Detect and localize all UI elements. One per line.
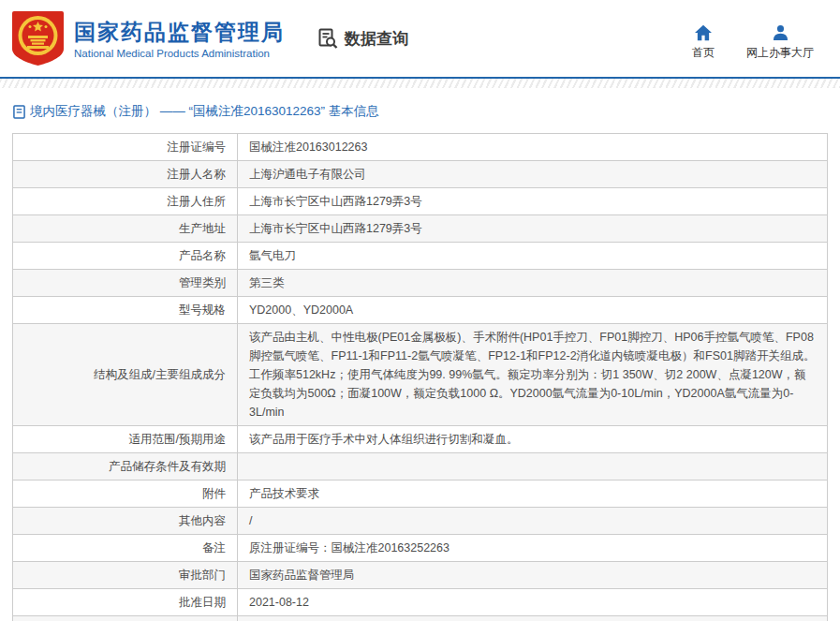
data-query-label: 数据查询	[345, 28, 408, 50]
row-label: 有效期至	[13, 616, 238, 621]
row-label: 审批部门	[13, 562, 238, 588]
table-row: 审批部门 国家药品监督管理局	[13, 562, 827, 589]
row-value: 氩气电刀	[238, 243, 827, 269]
document-icon	[13, 105, 25, 119]
row-label: 注册人住所	[13, 188, 238, 214]
site-subtitle: National Medical Products Administration	[74, 48, 285, 59]
nav-item-service-hall[interactable]: 网上办事大厅	[746, 24, 814, 61]
table-row: 产品名称 氩气电刀	[13, 243, 827, 270]
breadcrumb: 境内医疗器械（注册） —— “国械注准20163012263” 基本信息	[0, 88, 840, 131]
nav-item-label: 首页	[692, 45, 715, 61]
row-value: /	[238, 508, 827, 534]
row-value: 上海沪通电子有限公司	[238, 161, 827, 187]
table-row: 有效期至 2026-08-11	[13, 616, 827, 621]
registration-info-table: 注册证编号 国械注准20163012263 注册人名称 上海沪通电子有限公司 注…	[12, 133, 828, 621]
row-label: 型号规格	[13, 297, 238, 323]
row-label: 结构及组成/主要组成成分	[13, 324, 238, 425]
row-label: 其他内容	[13, 508, 238, 534]
row-label: 管理类别	[13, 270, 238, 296]
table-row: 附件 产品技术要求	[13, 481, 827, 508]
row-value	[238, 453, 827, 480]
table-row: 其他内容 /	[13, 508, 827, 535]
nav-item-home[interactable]: 首页	[692, 24, 715, 61]
row-value: YD2000、YD2000A	[238, 297, 827, 323]
row-value: 2021-08-12	[238, 589, 827, 615]
row-value: 该产品由主机、中性电极(PE01金属极板)、手术附件(HP01手控刀、FP01脚…	[238, 324, 827, 425]
data-query-menu[interactable]: 数据查询	[317, 27, 408, 50]
national-emblem-logo	[11, 10, 65, 67]
row-label: 注册证编号	[13, 134, 238, 160]
table-row: 型号规格 YD2000、YD2000A	[13, 297, 827, 324]
row-label: 附件	[13, 481, 238, 507]
stripe-band	[0, 79, 840, 88]
row-label: 生产地址	[13, 215, 238, 242]
row-label: 备注	[13, 535, 238, 561]
row-value: 2026-08-11	[238, 616, 827, 621]
row-value: 国家药品监督管理局	[238, 562, 827, 588]
row-label: 适用范围/预期用途	[13, 426, 238, 452]
row-value: 产品技术要求	[238, 481, 827, 507]
table-row: 结构及组成/主要组成成分 该产品由主机、中性电极(PE01金属极板)、手术附件(…	[13, 324, 827, 426]
table-row: 注册人名称 上海沪通电子有限公司	[13, 161, 827, 188]
table-row: 注册人住所 上海市长宁区中山西路1279弄3号	[13, 188, 827, 215]
site-title: 国家药品监督管理局	[74, 19, 285, 45]
nav-item-label: 网上办事大厅	[746, 45, 814, 61]
table-row: 管理类别 第三类	[13, 270, 827, 297]
site-header: 国家药品监督管理局 National Medical Products Admi…	[0, 0, 840, 79]
table-row: 产品储存条件及有效期	[13, 453, 827, 481]
row-value: 原注册证编号：国械注准20163252263	[238, 535, 827, 561]
home-icon	[694, 24, 713, 41]
row-value: 第三类	[238, 270, 827, 296]
title-block: 国家药品监督管理局 National Medical Products Admi…	[74, 19, 285, 59]
header-nav: 首页 网上办事大厅	[692, 24, 814, 61]
row-label: 产品名称	[13, 243, 238, 269]
user-icon	[772, 24, 789, 41]
row-value: 上海市长宁区中山西路1279弄3号	[238, 188, 827, 214]
table-row: 注册证编号 国械注准20163012263	[13, 134, 827, 161]
row-label: 产品储存条件及有效期	[13, 453, 238, 480]
row-label: 批准日期	[13, 589, 238, 615]
breadcrumb-text: 境内医疗器械（注册） —— “国械注准20163012263” 基本信息	[30, 103, 379, 120]
document-search-icon	[317, 27, 339, 50]
table-row: 适用范围/预期用途 该产品用于医疗手术中对人体组织进行切割和凝血。	[13, 426, 827, 453]
row-value: 该产品用于医疗手术中对人体组织进行切割和凝血。	[238, 426, 827, 452]
row-value: 国械注准20163012263	[238, 134, 827, 160]
table-row: 备注 原注册证编号：国械注准20163252263	[13, 535, 827, 562]
table-row: 生产地址 上海市长宁区中山西路1279弄3号	[13, 215, 827, 243]
row-value: 上海市长宁区中山西路1279弄3号	[238, 215, 827, 242]
row-label: 注册人名称	[13, 161, 238, 187]
table-row: 批准日期 2021-08-12	[13, 589, 827, 616]
